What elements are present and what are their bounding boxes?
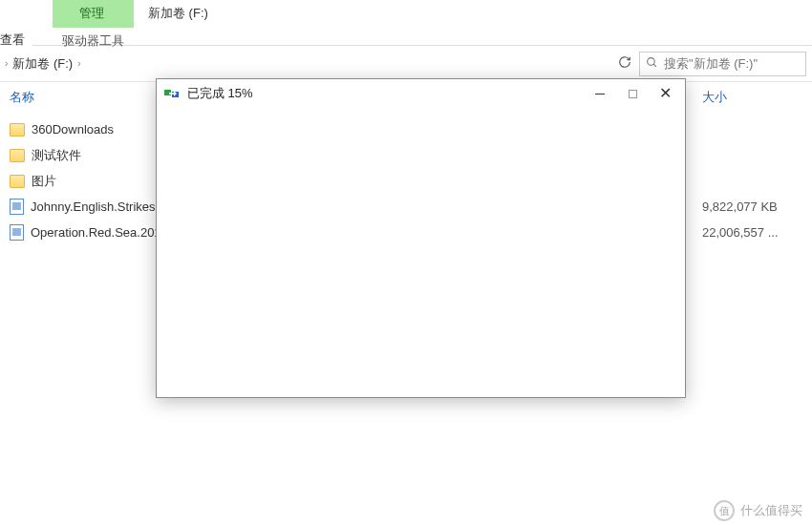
search-input[interactable]: 搜索"新加卷 (F:)" xyxy=(639,52,806,76)
breadcrumb[interactable]: › 新加卷 (F:) › xyxy=(5,55,610,73)
refresh-button[interactable] xyxy=(610,55,639,72)
ribbon-group-drive-tools[interactable]: 驱动器工具 xyxy=(53,28,134,54)
close-button[interactable]: ✕ xyxy=(649,82,681,105)
search-icon xyxy=(646,56,658,72)
copy-progress-window: 已完成 15% ✕ xyxy=(156,78,686,398)
ribbon-fragment: 管理 驱动器工具 新加卷 (F:) xyxy=(0,0,812,48)
breadcrumb-item-volume[interactable]: 新加卷 (F:) xyxy=(12,55,73,73)
window-titlebar[interactable]: 已完成 15% ✕ xyxy=(157,79,685,108)
window-title: 已完成 15% xyxy=(187,85,584,102)
file-size: 22,006,557 ... xyxy=(702,225,807,240)
title-volume-label: 新加卷 (F:) xyxy=(134,0,208,22)
ribbon-tab-manage[interactable]: 管理 xyxy=(53,0,134,28)
copy-progress-icon xyxy=(164,86,180,101)
col-header-size[interactable]: 大小 xyxy=(702,89,807,106)
watermark-logo-icon: 值 xyxy=(714,500,735,521)
file-size: 9,822,077 KB xyxy=(702,200,807,214)
minimize-button[interactable] xyxy=(584,82,616,105)
folder-icon xyxy=(10,123,25,136)
ribbon-tab-view[interactable]: 查看 xyxy=(0,29,32,52)
breadcrumb-sep-icon: › xyxy=(77,58,80,69)
file-name: 测试软件 xyxy=(32,147,81,164)
video-file-icon xyxy=(10,224,24,241)
folder-icon xyxy=(10,149,25,162)
svg-point-0 xyxy=(648,57,655,65)
file-name: 360Downloads xyxy=(32,122,114,136)
file-name: 图片 xyxy=(32,173,56,190)
watermark-text: 什么值得买 xyxy=(740,502,802,519)
watermark: 值 什么值得买 xyxy=(714,500,802,521)
svg-line-1 xyxy=(653,64,656,67)
folder-icon xyxy=(10,175,25,188)
maximize-button[interactable] xyxy=(616,82,649,105)
close-icon: ✕ xyxy=(659,86,672,101)
video-file-icon xyxy=(10,199,24,215)
search-placeholder: 搜索"新加卷 (F:)" xyxy=(664,55,758,73)
breadcrumb-sep-icon: › xyxy=(5,58,8,69)
